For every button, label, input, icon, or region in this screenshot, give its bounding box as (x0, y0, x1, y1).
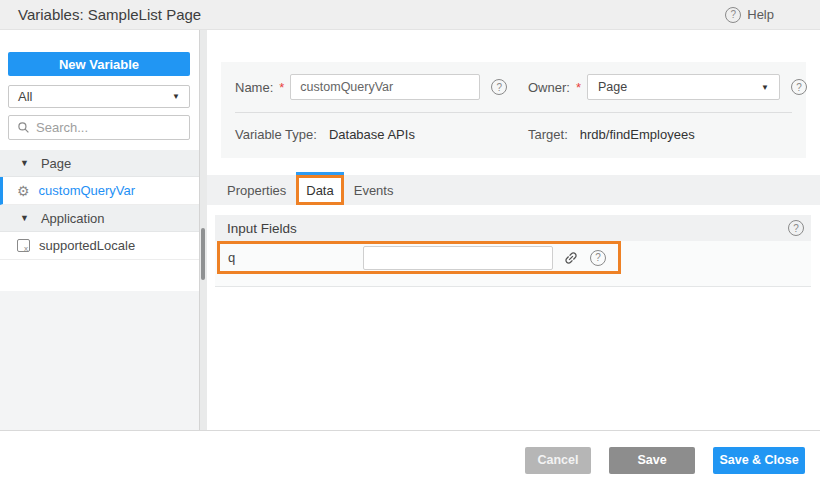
variables-dialog: Variables: SampleList Page ? Help New Va… (0, 0, 820, 489)
tree-item-supportedlocale[interactable]: x supportedLocale (0, 232, 199, 260)
variable-filter-select[interactable]: All ▼ (8, 85, 190, 108)
collapse-arrow-icon: ▼ (20, 213, 29, 223)
name-label: Name: (235, 80, 273, 95)
variables-sidebar: New Variable All ▼ ▼ Page ⚙ (0, 30, 200, 430)
tree-item-customqueryvar[interactable]: ⚙ customQueryVar (0, 177, 199, 205)
bind-link-icon[interactable] (563, 250, 579, 266)
card-divider (235, 112, 792, 113)
tab-properties[interactable]: Properties (217, 175, 296, 205)
input-fields-help-icon[interactable]: ? (788, 220, 804, 236)
help-label: Help (747, 7, 774, 22)
name-help-icon[interactable]: ? (491, 79, 507, 95)
owner-label: Owner: (528, 80, 570, 95)
dialog-header: Variables: SampleList Page ? Help (0, 0, 820, 30)
tree-group-application[interactable]: ▼ Application (0, 205, 199, 232)
input-fields-title: Input Fields (227, 221, 297, 236)
tree-group-page[interactable]: ▼ Page (0, 150, 199, 177)
variable-type-value: Database APIs (329, 127, 415, 142)
owner-selected-value: Page (598, 80, 627, 94)
variable-detail-panel: Name: * ? Owner: * Page ▼ ? (207, 30, 820, 430)
search-icon (17, 121, 30, 134)
owner-field-group: Owner: * Page ▼ ? (528, 74, 807, 100)
tree-item-label: customQueryVar (39, 183, 136, 198)
scrollbar-thumb[interactable] (201, 228, 205, 280)
name-input[interactable] (290, 74, 480, 100)
page-title: Variables: SampleList Page (18, 6, 201, 23)
collapse-arrow-icon: ▼ (20, 158, 29, 168)
target-value: hrdb/findEmployees (580, 127, 695, 142)
required-marker: * (576, 80, 581, 95)
variable-search-box[interactable] (8, 115, 190, 140)
target-group: Target: hrdb/findEmployees (528, 127, 792, 142)
field-value-input[interactable] (363, 246, 553, 270)
help-icon: ? (725, 7, 741, 23)
filter-selected-value: All (18, 89, 32, 104)
input-field-row-q: q ? (217, 241, 621, 274)
chevron-down-icon: ▼ (761, 83, 769, 92)
input-fields-header: Input Fields ? (215, 215, 811, 241)
save-and-close-button[interactable]: Save & Close (713, 447, 805, 474)
tab-events[interactable]: Events (344, 175, 404, 205)
owner-select[interactable]: Page ▼ (587, 74, 780, 100)
sidebar-empty-area (0, 291, 199, 430)
name-field-group: Name: * ? (235, 74, 528, 100)
tree-group-label: Application (41, 211, 105, 226)
save-button[interactable]: Save (609, 447, 695, 474)
new-variable-button[interactable]: New Variable (8, 52, 190, 76)
tree-item-label: supportedLocale (39, 238, 135, 253)
target-label: Target: (528, 127, 568, 142)
model-variable-icon: x (17, 239, 30, 252)
variable-type-label: Variable Type: (235, 127, 317, 142)
required-marker: * (279, 80, 284, 95)
detail-tabbar: Properties Data Events (207, 175, 820, 205)
field-name-label: q (220, 250, 363, 265)
variable-summary-card: Name: * ? Owner: * Page ▼ ? (221, 62, 806, 158)
variable-tree: ▼ Page ⚙ customQueryVar ▼ Application x … (0, 150, 199, 260)
input-fields-body: q ? (215, 241, 811, 287)
help-button[interactable]: ? Help (725, 7, 802, 23)
sidebar-scrollbar[interactable] (200, 30, 207, 430)
dialog-body: New Variable All ▼ ▼ Page ⚙ (0, 30, 820, 430)
cancel-button[interactable]: Cancel (525, 447, 591, 474)
owner-help-icon[interactable]: ? (791, 79, 807, 95)
search-input[interactable] (36, 120, 166, 135)
tree-group-label: Page (41, 156, 71, 171)
field-help-icon[interactable]: ? (590, 250, 606, 266)
service-variable-icon: ⚙ (17, 184, 30, 198)
variable-type-group: Variable Type: Database APIs (235, 127, 528, 142)
dialog-footer: Cancel Save Save & Close (0, 430, 820, 489)
chevron-down-icon: ▼ (172, 92, 180, 101)
tab-data[interactable]: Data (296, 175, 343, 205)
